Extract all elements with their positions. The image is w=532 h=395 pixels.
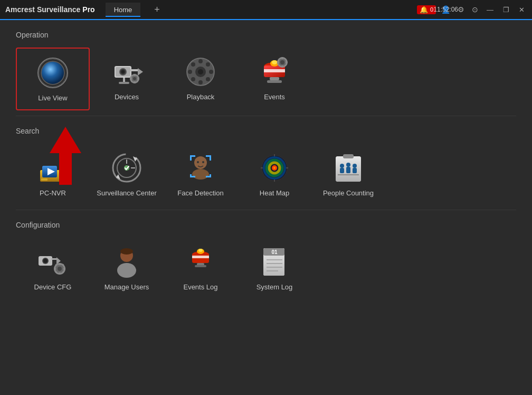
time-display: 11:52:06: [433, 6, 458, 13]
system-log-item[interactable]: 01 System Log: [238, 238, 311, 298]
titlebar: Amcrest Surveillance Pro Home + 11:52:06…: [0, 0, 532, 19]
live-view-label: Live View: [38, 94, 67, 102]
svg-point-23: [198, 59, 203, 63]
svg-rect-67: [210, 155, 211, 161]
people-counting-item[interactable]: People Counting: [311, 144, 385, 204]
svg-point-28: [206, 77, 210, 81]
svg-point-85: [340, 164, 344, 168]
heat-map-item[interactable]: Heat Map: [238, 144, 311, 204]
restore-button[interactable]: ❐: [500, 5, 512, 15]
pc-nvr-icon: [36, 151, 70, 185]
svg-rect-118: [195, 265, 206, 267]
configuration-grid: Device CFG Manage Users: [16, 238, 516, 298]
svg-rect-12: [119, 82, 129, 84]
svg-rect-9: [130, 69, 139, 71]
section-divider-1: [16, 116, 516, 116]
svg-rect-111: [119, 265, 135, 275]
operation-grid: Live View: [16, 48, 516, 110]
people-counting-icon: [331, 151, 365, 185]
device-cfg-label: Device CFG: [34, 283, 72, 291]
tab-home[interactable]: Home: [106, 3, 141, 17]
svg-point-26: [209, 70, 213, 74]
svg-point-15: [133, 77, 136, 80]
svg-point-24: [198, 80, 203, 84]
svg-point-87: [346, 163, 350, 167]
live-view-item[interactable]: Live View: [16, 48, 90, 110]
svg-rect-91: [338, 174, 359, 175]
svg-rect-102: [54, 268, 56, 270]
pc-nvr-label: PC-NVR: [40, 189, 66, 197]
system-log-label: System Log: [256, 283, 293, 291]
app-title: Amcrest Surveillance Pro: [5, 5, 95, 14]
svg-point-41: [280, 60, 284, 64]
events-icon: [258, 55, 291, 89]
svg-rect-42: [281, 57, 283, 59]
people-counting-label: People Counting: [323, 189, 374, 197]
operation-section-label: Operation: [16, 31, 516, 39]
svg-point-116: [198, 249, 203, 252]
close-button[interactable]: ✕: [516, 5, 528, 15]
svg-rect-19: [137, 78, 139, 80]
svg-point-61: [192, 169, 209, 180]
devices-icon: [110, 55, 144, 89]
face-detection-label: Face Detection: [177, 189, 223, 197]
events-label: Events: [264, 93, 285, 101]
playback-label: Playback: [187, 93, 215, 101]
system-log-icon: 01: [258, 245, 291, 279]
devices-item[interactable]: Devices: [90, 48, 164, 110]
tab-add-button[interactable]: +: [151, 4, 163, 15]
svg-rect-90: [353, 168, 357, 173]
configuration-section-label: Configuration: [16, 221, 516, 229]
search-section-label: Search: [16, 127, 516, 135]
svg-rect-86: [340, 168, 344, 173]
face-detection-item[interactable]: Face Detection: [164, 144, 238, 204]
main-content: Operation: [0, 20, 532, 314]
svg-point-27: [191, 62, 195, 67]
svg-rect-45: [286, 61, 288, 63]
svg-rect-88: [346, 167, 350, 173]
titlebar-left: Amcrest Surveillance Pro Home +: [5, 3, 163, 17]
svg-rect-44: [277, 61, 279, 63]
svg-rect-17: [134, 81, 136, 83]
search-grid: PC-NVR: [16, 144, 516, 204]
playback-item[interactable]: Playback: [164, 48, 238, 110]
pc-nvr-item[interactable]: PC-NVR: [16, 144, 90, 204]
device-cfg-item[interactable]: Device CFG: [16, 238, 90, 298]
bell-icon: 🔔: [420, 6, 428, 14]
svg-rect-100: [59, 263, 61, 265]
svg-rect-16: [134, 74, 136, 76]
surveillance-center-icon: [110, 151, 144, 185]
manage-users-label: Manage Users: [104, 283, 149, 291]
surveillance-center-item[interactable]: Surveillance Center: [90, 144, 164, 204]
svg-rect-35: [270, 77, 279, 80]
svg-rect-101: [59, 272, 61, 275]
svg-point-29: [206, 62, 210, 67]
live-view-icon: [36, 56, 70, 90]
events-log-icon: [184, 245, 217, 279]
device-cfg-icon: [36, 245, 70, 279]
svg-rect-69: [190, 174, 192, 177]
svg-rect-52: [41, 178, 48, 181]
surveillance-center-label: Surveillance Center: [97, 189, 156, 197]
svg-rect-71: [210, 174, 211, 177]
svg-point-109: [120, 248, 133, 255]
section-divider-2: [16, 210, 516, 210]
svg-rect-36: [267, 80, 282, 83]
svg-point-99: [58, 267, 62, 271]
svg-rect-103: [63, 268, 65, 270]
svg-point-25: [188, 70, 192, 74]
network-icon[interactable]: ⊙: [470, 4, 480, 15]
svg-point-94: [43, 259, 48, 263]
notification-count: 0: [430, 6, 433, 13]
minimize-button[interactable]: —: [483, 5, 497, 15]
svg-point-38: [272, 60, 277, 64]
events-log-item[interactable]: Events Log: [164, 238, 238, 298]
svg-rect-34: [264, 69, 285, 72]
face-detection-icon: [184, 151, 217, 185]
events-item[interactable]: Events: [238, 48, 311, 110]
svg-point-8: [121, 70, 125, 73]
manage-users-item[interactable]: Manage Users: [90, 238, 164, 298]
playback-icon: [184, 55, 217, 89]
app-title-normal: Amcrest Surveillance: [5, 5, 82, 14]
svg-text:01: 01: [271, 249, 278, 255]
